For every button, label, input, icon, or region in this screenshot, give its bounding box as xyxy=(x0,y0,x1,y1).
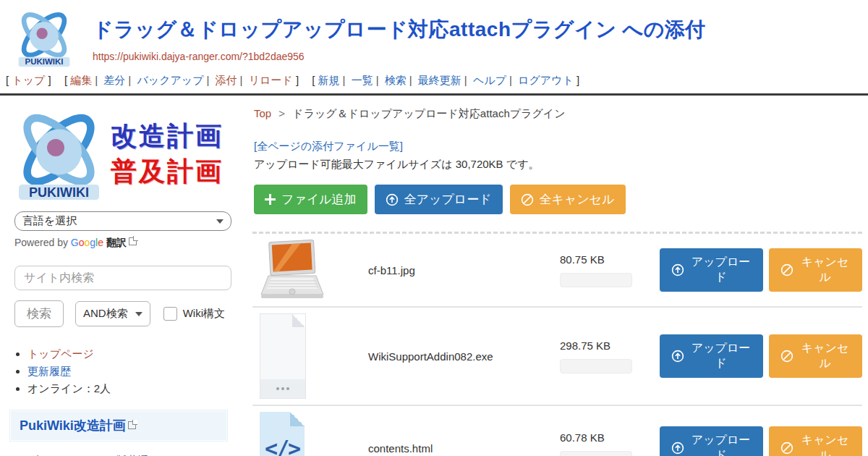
nav-backup-link[interactable]: バックアップ xyxy=(137,74,203,86)
nav-search-link[interactable]: 検索 xyxy=(385,74,407,86)
file-name: cf-b11.jpg xyxy=(368,264,560,276)
file-name: contents.html xyxy=(368,442,560,455)
nav-logout-link[interactable]: ログアウト xyxy=(518,74,574,86)
upload-button[interactable]: アップロード xyxy=(660,426,763,456)
sidebar-item-update-history[interactable]: 更新履歴 xyxy=(27,365,71,377)
file-size: 298.75 KB xyxy=(560,339,647,352)
main-content: Top > ドラッグ＆ドロップアップロード対応attachプラグイン [全ページ… xyxy=(242,96,868,456)
chevron-down-icon xyxy=(216,219,224,224)
cancel-button[interactable]: キャンセル xyxy=(769,248,862,292)
code-glyph: </> xyxy=(265,436,299,456)
breadcrumb: Top > ドラッグ＆ドロップアップロード対応attachプラグイン xyxy=(254,107,862,121)
code-file-icon: </> xyxy=(260,412,305,456)
file-row: </> contents.html 60.78 KB アップロード xyxy=(252,406,862,456)
nav-help-link[interactable]: ヘルプ xyxy=(473,74,506,86)
bracket: [ xyxy=(6,74,9,86)
cancel-all-button[interactable]: 全キャンセル xyxy=(510,185,626,214)
translate-link[interactable]: 翻訳 xyxy=(106,237,127,248)
language-select[interactable]: 言語を選択 xyxy=(14,211,231,231)
language-select-value: 言語を選択 xyxy=(22,214,77,228)
list-item: ダジャレンジャー版共通ファイル xyxy=(27,452,238,456)
cancel-icon xyxy=(780,442,793,455)
section-heading-label: PukiWiki改造計画 xyxy=(20,418,126,433)
add-file-button[interactable]: ファイル追加 xyxy=(254,185,367,214)
online-count: オンライン：2人 xyxy=(27,382,111,394)
search-button[interactable]: 検索 xyxy=(14,300,64,327)
sidebar-logo[interactable]: PUKIWIKI 改造計画 普及計画 xyxy=(10,104,238,204)
cancel-button[interactable]: キャンセル xyxy=(769,426,862,456)
upload-button[interactable]: アップロード xyxy=(660,334,763,378)
slogan-line2: 普及計画 xyxy=(111,154,224,190)
plus-icon xyxy=(265,194,276,205)
page-title: ドラッグ＆ドロップアップロード対応attachプラグイン への添付 xyxy=(93,16,706,43)
external-link-icon xyxy=(128,421,136,429)
pukiwiki-atom-icon: PUKIWIKI xyxy=(10,104,108,204)
svg-text:PUKIWIKI: PUKIWIKI xyxy=(25,57,64,66)
upload-icon xyxy=(671,442,684,455)
cancel-icon xyxy=(780,350,793,363)
sidebar: PUKIWIKI 改造計画 普及計画 言語を選択 Powered by Goog… xyxy=(0,96,242,456)
all-attachments-link[interactable]: [全ページの添付ファイル一覧] xyxy=(254,140,403,153)
max-upload-size-text: アップロード可能最大ファイルサイズは 30,720KB です。 xyxy=(254,158,862,172)
file-size: 80.75 KB xyxy=(560,253,647,266)
file-name: WikiSupportAddin082.exe xyxy=(368,350,560,363)
google-translate-attribution: Powered by Google 翻訳 xyxy=(14,237,238,250)
chevron-down-icon xyxy=(135,312,142,316)
cancel-icon xyxy=(780,263,793,276)
site-header: PUKIWIKI ドラッグ＆ドロップアップロード対応attachプラグイン への… xyxy=(0,0,868,69)
pukiwiki-logo-icon[interactable]: PUKIWIKI xyxy=(13,6,75,69)
nav-attach-link[interactable]: 添付 xyxy=(216,74,237,86)
nav-edit-link[interactable]: 編集 xyxy=(70,74,92,86)
external-link-icon xyxy=(129,237,137,245)
list-item: オンライン：2人 xyxy=(27,381,238,397)
file-size: 60.78 KB xyxy=(560,431,647,444)
site-search-input[interactable] xyxy=(14,266,231,290)
breadcrumb-top-link[interactable]: Top xyxy=(254,107,271,119)
wiki-syntax-label: Wiki構文 xyxy=(183,307,225,321)
nav-list-link[interactable]: 一覧 xyxy=(352,74,373,86)
breadcrumb-current: ドラッグ＆ドロップアップロード対応attachプラグイン xyxy=(292,107,565,119)
upload-button[interactable]: アップロード xyxy=(660,248,763,292)
generic-file-icon xyxy=(260,313,306,399)
bulk-actions: ファイル追加 全アップロード 全キャンセル xyxy=(254,185,862,214)
upload-progress-bar xyxy=(560,451,632,456)
wiki-syntax-checkbox[interactable] xyxy=(163,307,177,321)
upload-icon xyxy=(386,193,399,206)
google-wordmark: Google xyxy=(71,237,106,248)
cancel-icon xyxy=(521,193,534,206)
slogan-line1: 改造計画 xyxy=(111,119,224,154)
svg-text:PUKIWIKI: PUKIWIKI xyxy=(29,185,89,200)
nav-recent-link[interactable]: 最終更新 xyxy=(418,74,461,86)
page-url[interactable]: https://pukiwiki.dajya-ranger.com/?1bd2d… xyxy=(93,51,706,62)
nav-top-link[interactable]: トップ xyxy=(12,74,45,86)
search-mode-select[interactable]: AND検索 xyxy=(75,301,150,326)
file-row: cf-b11.jpg 80.75 KB アップロード xyxy=(252,234,862,308)
nav-new-link[interactable]: 新規 xyxy=(318,74,340,86)
sidebar-plugin-links: ダジャレンジャー版共通ファイル PukiWiki本体改造 PukiWikiテキス… xyxy=(27,452,238,456)
sidebar-section-heading[interactable]: PukiWiki改造計画 xyxy=(10,410,227,441)
sidebar-item-top-page[interactable]: トップページ xyxy=(27,347,94,360)
upload-progress-bar xyxy=(560,359,632,373)
upload-all-button[interactable]: 全アップロード xyxy=(375,185,503,214)
search-mode-value: AND検索 xyxy=(83,307,128,321)
top-nav: [ トップ ] [ 編集| 差分| バックアップ| 添付| リロード ] [ 新… xyxy=(0,69,868,93)
list-item: トップページ xyxy=(27,346,238,362)
upload-icon xyxy=(671,263,684,276)
upload-icon xyxy=(671,350,684,363)
cancel-button[interactable]: キャンセル xyxy=(769,334,862,378)
list-item: 更新履歴 xyxy=(27,363,238,379)
file-row: WikiSupportAddin082.exe 298.75 KB アップロード xyxy=(252,308,862,406)
bracket: ] xyxy=(48,74,51,86)
sidebar-quick-links: トップページ 更新履歴 オンライン：2人 xyxy=(27,346,238,396)
file-thumbnail-laptop xyxy=(260,240,325,300)
nav-reload-link[interactable]: リロード xyxy=(249,74,293,86)
nav-diff-link[interactable]: 差分 xyxy=(103,74,125,86)
upload-file-list: cf-b11.jpg 80.75 KB アップロード xyxy=(252,232,862,456)
upload-progress-bar xyxy=(560,273,632,287)
